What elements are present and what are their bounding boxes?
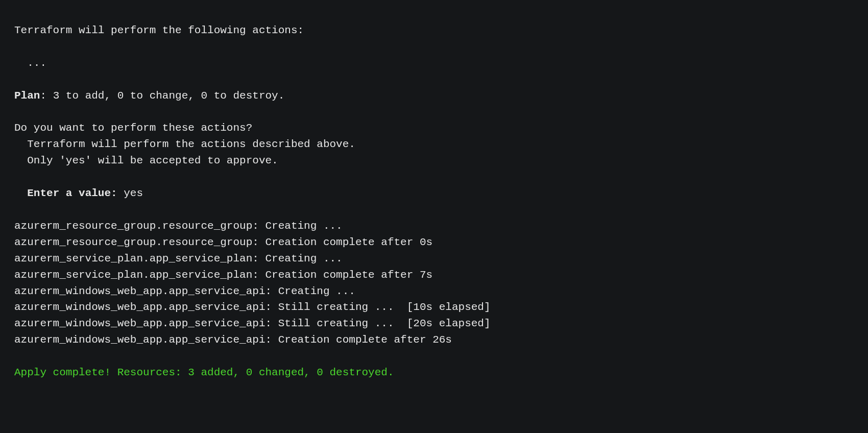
confirm-line-1: Terraform will perform the actions descr… (14, 138, 355, 150)
apply-log-line: azurerm_windows_web_app.app_service_api:… (14, 318, 491, 329)
plan-label: Plan (14, 90, 40, 102)
terraform-intro-line: Terraform will perform the following act… (14, 25, 304, 36)
confirm-question: Do you want to perform these actions? (14, 122, 252, 134)
apply-complete-line: Apply complete! Resources: 3 added, 0 ch… (14, 367, 394, 378)
enter-value-label: Enter a value: (27, 187, 117, 199)
enter-value-indent (14, 187, 27, 199)
apply-log-line: azurerm_windows_web_app.app_service_api:… (14, 334, 452, 346)
terminal-output: Terraform will perform the following act… (0, 0, 868, 403)
plan-summary: : 3 to add, 0 to change, 0 to destroy. (40, 90, 284, 102)
apply-log-line: azurerm_service_plan.app_service_plan: C… (14, 253, 343, 264)
plan-ellipsis: ... (14, 57, 46, 69)
apply-log-line: azurerm_resource_group.resource_group: C… (14, 220, 343, 232)
apply-log-line: azurerm_windows_web_app.app_service_api:… (14, 301, 491, 313)
apply-log-line: azurerm_resource_group.resource_group: C… (14, 236, 432, 248)
confirm-line-2: Only 'yes' will be accepted to approve. (14, 155, 278, 166)
enter-value-input[interactable]: yes (117, 187, 143, 199)
apply-log-line: azurerm_service_plan.app_service_plan: C… (14, 269, 432, 281)
apply-log-line: azurerm_windows_web_app.app_service_api:… (14, 285, 355, 297)
